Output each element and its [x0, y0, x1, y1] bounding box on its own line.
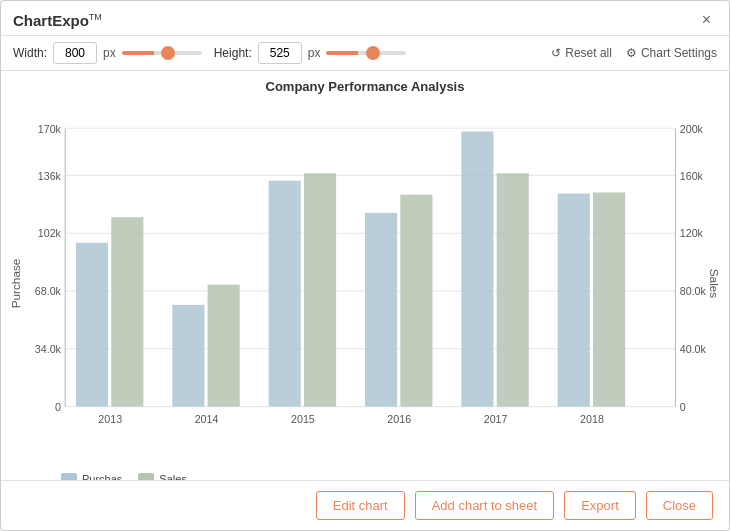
svg-text:102k: 102k: [38, 227, 62, 239]
svg-text:170k: 170k: [38, 123, 62, 135]
legend-area: Purchas Sales: [1, 469, 729, 480]
svg-text:0: 0: [680, 401, 686, 413]
svg-text:2018: 2018: [580, 413, 604, 425]
svg-text:120k: 120k: [680, 227, 704, 239]
svg-text:2015: 2015: [291, 413, 315, 425]
svg-text:40.0k: 40.0k: [680, 343, 707, 355]
legend-sales: Sales: [138, 473, 187, 480]
edit-chart-button[interactable]: Edit chart: [316, 491, 405, 520]
toolbar: Width: px Height: px ↺ Reset all ⚙ Chart…: [1, 36, 729, 71]
bar-purchase-2015: [269, 181, 301, 407]
svg-text:2014: 2014: [195, 413, 219, 425]
svg-text:34.0k: 34.0k: [35, 343, 62, 355]
legend-purchase-label: Purchas: [82, 473, 122, 480]
bar-sales-2017: [497, 173, 529, 406]
footer: Edit chart Add chart to sheet Export Clo…: [1, 480, 729, 530]
close-icon[interactable]: ×: [696, 9, 717, 31]
settings-label: Chart Settings: [641, 46, 717, 60]
reset-label: Reset all: [565, 46, 612, 60]
width-label: Width:: [13, 46, 47, 60]
svg-text:2013: 2013: [98, 413, 122, 425]
reset-all-button[interactable]: ↺ Reset all: [551, 46, 612, 60]
legend-sales-label: Sales: [159, 473, 187, 480]
legend-purchase: Purchas: [61, 473, 122, 480]
bar-sales-2018: [593, 193, 625, 407]
y-axis-left-label: Purchase: [9, 258, 22, 308]
width-input[interactable]: [53, 42, 97, 64]
bar-purchase-2016: [365, 213, 397, 407]
height-slider-container: [326, 51, 406, 55]
width-px-label: px: [103, 46, 116, 60]
height-group: Height: px: [214, 42, 407, 64]
bar-sales-2015: [304, 173, 336, 406]
export-button[interactable]: Export: [564, 491, 636, 520]
chart-wrap: Purchase Sales 0 34.0k 68.0k 102k 136k 1…: [1, 98, 729, 469]
svg-text:136k: 136k: [38, 170, 62, 182]
chart-settings-button[interactable]: ⚙ Chart Settings: [626, 46, 717, 60]
height-label: Height:: [214, 46, 252, 60]
chart-svg: Purchase Sales 0 34.0k 68.0k 102k 136k 1…: [1, 98, 729, 469]
dialog-title: ChartExpoTM: [13, 12, 102, 29]
svg-text:2016: 2016: [387, 413, 411, 425]
close-button[interactable]: Close: [646, 491, 713, 520]
bar-purchase-2014: [172, 305, 204, 407]
bar-sales-2014: [208, 285, 240, 407]
bar-sales-2016: [400, 195, 432, 407]
bar-purchase-2018: [558, 194, 590, 407]
legend-purchase-swatch: [61, 473, 77, 480]
add-chart-to-sheet-button[interactable]: Add chart to sheet: [415, 491, 555, 520]
svg-text:200k: 200k: [680, 123, 704, 135]
width-slider[interactable]: [122, 51, 202, 55]
height-px-label: px: [308, 46, 321, 60]
settings-icon: ⚙: [626, 46, 637, 60]
svg-text:160k: 160k: [680, 170, 704, 182]
svg-text:80.0k: 80.0k: [680, 285, 707, 297]
bar-sales-2013: [111, 217, 143, 406]
dialog-header: ChartExpoTM ×: [1, 1, 729, 36]
bar-purchase-2013: [76, 243, 108, 407]
svg-text:2017: 2017: [484, 413, 508, 425]
reset-icon: ↺: [551, 46, 561, 60]
svg-text:0: 0: [55, 401, 61, 413]
y-axis-right-label: Sales: [708, 269, 721, 299]
toolbar-right: ↺ Reset all ⚙ Chart Settings: [551, 46, 717, 60]
height-slider[interactable]: [326, 51, 406, 55]
bar-purchase-2017: [461, 131, 493, 406]
legend-sales-swatch: [138, 473, 154, 480]
height-input[interactable]: [258, 42, 302, 64]
dialog-container: ChartExpoTM × Width: px Height: px ↺ Res…: [0, 0, 730, 531]
chart-title: Company Performance Analysis: [1, 79, 729, 94]
width-slider-container: [122, 51, 202, 55]
width-group: Width: px: [13, 42, 202, 64]
chart-area: Company Performance Analysis Purchase Sa…: [1, 71, 729, 480]
svg-text:68.0k: 68.0k: [35, 285, 62, 297]
